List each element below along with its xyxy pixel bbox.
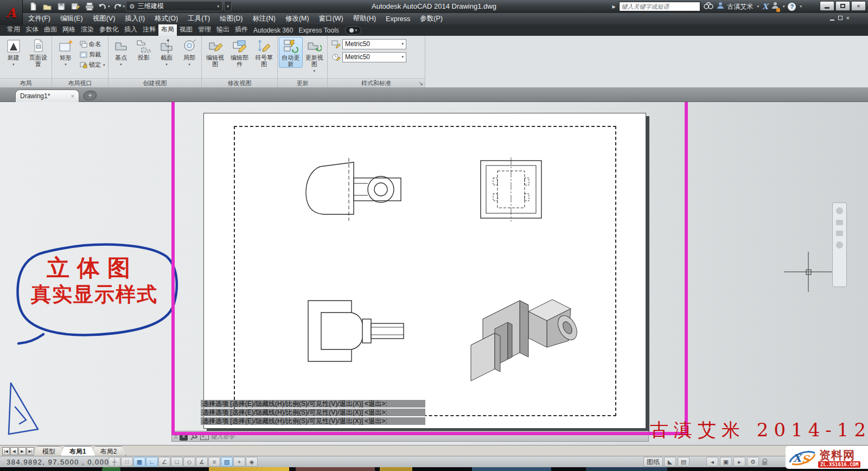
drafting-standard-icon[interactable]	[331, 53, 340, 61]
dialog-launcher-icon[interactable]: ↘	[419, 79, 423, 88]
minimize-button[interactable]	[820, 1, 834, 11]
infer-constraints-toggle[interactable]: ┼	[108, 457, 120, 467]
menu-tools[interactable]: 工具(T)	[188, 14, 210, 23]
menu-insert[interactable]: 插入(I)	[125, 14, 145, 23]
notification-dropdown-icon[interactable]: ▾	[783, 4, 785, 9]
taskbar-item[interactable]	[209, 467, 289, 471]
user-dropdown-icon[interactable]: ▾	[757, 4, 760, 9]
maximize-viewport-icon[interactable]: ▣	[720, 457, 732, 467]
menu-window[interactable]: 窗口(W)	[319, 14, 343, 23]
view-style-select[interactable]: Metric50 ▾	[342, 39, 406, 49]
layout1-tab[interactable]: 布局1	[60, 446, 95, 456]
lineweight-toggle[interactable]: +	[233, 457, 245, 467]
notification-icon[interactable]	[771, 2, 779, 11]
ribbon-tab-mesh[interactable]: 网格	[60, 23, 78, 36]
save-as-icon[interactable]	[69, 1, 81, 12]
zoom-tool-icon[interactable]	[836, 231, 843, 236]
ribbon-tab-output[interactable]: 输出	[214, 23, 232, 36]
toolbar-lock-icon[interactable]	[762, 461, 768, 466]
orbit-tool-icon[interactable]	[836, 241, 843, 249]
doc-close-icon[interactable]: ×	[846, 15, 850, 21]
workspace-switcher[interactable]: ⚙ 三维建模 ▾	[126, 1, 222, 11]
menu-modify[interactable]: 修改(M)	[285, 14, 309, 23]
new-file-icon[interactable]	[27, 1, 39, 12]
dynamic-input-toggle[interactable]: ▨	[221, 457, 233, 467]
drawing-file-tab[interactable]: Drawing1* ×	[15, 90, 79, 102]
qat-customize-button[interactable]: ▾	[224, 1, 232, 11]
edit-component-button[interactable]: 编辑部件	[228, 37, 251, 67]
taskbar-item[interactable]	[380, 467, 412, 471]
named-viewport-button[interactable]: 命名	[79, 39, 106, 49]
grid-display-toggle[interactable]: ▦	[133, 457, 145, 467]
ribbon-tab-solid[interactable]: 实体	[23, 23, 41, 36]
base-view-button[interactable]: 基点 ▾	[110, 37, 132, 68]
snap-mode-toggle[interactable]: ∷	[121, 457, 133, 467]
lock-viewport-button[interactable]: 锁定 ▾	[79, 60, 106, 70]
menu-draw[interactable]: 绘图(D)	[220, 14, 242, 23]
next-tab-icon[interactable]: ▶	[18, 447, 26, 455]
restore-button[interactable]	[835, 1, 850, 11]
menu-help[interactable]: 帮助(H)	[353, 14, 376, 23]
rect-viewport-dropdown-icon[interactable]: ▾	[65, 61, 67, 68]
workspace-gear-icon[interactable]: ⚙	[747, 457, 759, 467]
taskbar-item[interactable]	[472, 467, 551, 471]
ribbon-tab-express-tools[interactable]: Express Tools	[296, 25, 341, 36]
ribbon-tab-view[interactable]: 视图	[177, 23, 195, 36]
save-icon[interactable]	[55, 1, 67, 12]
menu-edit[interactable]: 编辑(E)	[60, 14, 83, 23]
view-style-icon[interactable]	[331, 40, 340, 48]
exchange-apps-icon[interactable]: X	[762, 2, 768, 11]
help-icon[interactable]: ?	[788, 3, 796, 11]
ribbon-tab-insert[interactable]: 插入	[122, 23, 140, 36]
pan-tool-icon[interactable]	[836, 220, 843, 225]
redo-button[interactable]: ▾	[113, 2, 125, 11]
doc-minimize-icon[interactable]	[830, 20, 834, 21]
section-view-button[interactable]: 截面 ▾	[156, 37, 177, 68]
navigation-bar[interactable]	[832, 202, 847, 287]
detail-view-dropdown-icon[interactable]: ▾	[188, 61, 190, 68]
projected-view-button[interactable]: 投影	[133, 37, 155, 61]
taskbar-item[interactable]	[586, 467, 667, 471]
object-snap-tracking-toggle[interactable]: ∡	[196, 457, 208, 467]
menu-parametric[interactable]: 参数(P)	[420, 14, 443, 23]
ribbon-display-toggle[interactable]: ▾	[345, 26, 361, 35]
menu-view[interactable]: 视图(V)	[93, 14, 116, 23]
edit-view-button[interactable]: 编辑视图	[203, 37, 227, 67]
open-folder-icon[interactable]	[41, 1, 53, 12]
symbol-sketch-button[interactable]: 符号草图	[252, 37, 276, 67]
ribbon-tab-annotate[interactable]: 注释	[140, 23, 158, 36]
file-tab-close-icon[interactable]: ×	[71, 93, 74, 99]
new-drawing-tab-button[interactable]: +	[84, 91, 97, 100]
infocenter-collapse-icon[interactable]: ▶	[612, 4, 615, 9]
undo-button[interactable]: ▾	[98, 2, 110, 11]
section-view-dropdown-icon[interactable]: ▾	[165, 61, 168, 68]
redo-dropdown-icon[interactable]: ▾	[123, 4, 125, 9]
doc-restore-icon[interactable]	[838, 16, 843, 20]
update-view-button[interactable]: 更新视图 ▾	[303, 37, 326, 74]
layout2-tab[interactable]: 布局2	[91, 446, 126, 456]
quick-view-layouts-icon[interactable]: ◣	[664, 457, 676, 467]
steering-wheel-icon[interactable]	[836, 207, 843, 214]
page-setup-button[interactable]: 页面设置	[27, 37, 50, 67]
ribbon-tab-autodesk360[interactable]: Autodesk 360	[251, 25, 296, 36]
signed-in-user[interactable]: 古滇艾米	[727, 2, 754, 11]
workspace-dropdown-icon[interactable]: ▾	[217, 4, 219, 9]
ribbon-tab-surface[interactable]: 曲面	[41, 23, 60, 36]
quick-view-drawings-icon[interactable]: ▤	[678, 457, 690, 467]
rect-viewport-button[interactable]: 矩形 ▾	[54, 37, 78, 68]
menu-dimension[interactable]: 标注(N)	[253, 14, 276, 23]
drafting-standard-select[interactable]: Metric50 ▾	[342, 52, 406, 62]
paper-model-toggle[interactable]: 图纸	[643, 457, 663, 467]
ribbon-tab-manage[interactable]: 管理	[195, 23, 214, 36]
help-dropdown-icon[interactable]: ▾	[800, 4, 802, 9]
prev-viewport-icon[interactable]: ◂	[706, 457, 718, 467]
menu-file[interactable]: 文件(F)	[28, 14, 50, 23]
last-tab-icon[interactable]: ▶|	[27, 447, 34, 455]
next-viewport-icon[interactable]: ▸	[733, 457, 745, 467]
prev-tab-icon[interactable]: ◀	[10, 447, 18, 455]
ribbon-tab-layout[interactable]: 布局	[158, 23, 177, 36]
menu-format[interactable]: 格式(O)	[155, 14, 178, 23]
model-tab[interactable]: 模型	[33, 446, 65, 456]
base-view-dropdown-icon[interactable]: ▾	[120, 61, 122, 68]
taskbar-item[interactable]	[296, 467, 375, 471]
